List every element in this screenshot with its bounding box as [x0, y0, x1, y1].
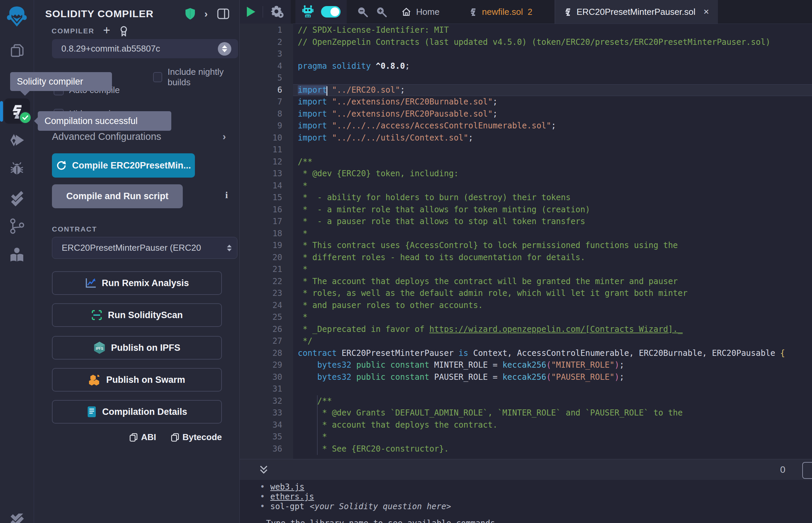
copy-icon: [171, 433, 179, 442]
code-line[interactable]: contract ERC20PresetMinterPauser is Cont…: [293, 347, 812, 360]
sidebar-item-learneth[interactable]: [0, 245, 34, 265]
code-line[interactable]: [293, 72, 812, 84]
select-arrows-icon: [218, 42, 231, 56]
line-number-gutter: 1234567891011121314151617181920212223242…: [240, 23, 293, 459]
bytecode-label: Bytecode: [182, 432, 222, 443]
sidebar-item-git[interactable]: [0, 216, 34, 235]
code-line[interactable]: import "../../../utils/Context.sol";: [293, 132, 812, 144]
code-line[interactable]: bytes32 public constant MINTER_ROLE = ke…: [293, 359, 812, 371]
code-line[interactable]: *: [293, 180, 812, 192]
code-line[interactable]: // OpenZeppelin Contracts (last updated …: [293, 36, 812, 49]
advanced-configurations-toggle[interactable]: Advanced Configurations ›: [52, 131, 226, 142]
code-line[interactable]: * roles, as well as the default admin ro…: [293, 287, 812, 300]
code-line[interactable]: * See {ERC20-constructor}.: [293, 443, 812, 455]
bug-icon: [9, 160, 25, 177]
ai-group: [295, 0, 347, 23]
zoom-out-icon[interactable]: [357, 6, 368, 18]
code-line[interactable]: bytes32 public constant PAUSER_ROLE = ke…: [293, 371, 812, 383]
code-line[interactable]: import "../../../access/AccessControlEnu…: [293, 120, 812, 132]
compile-and-run-button[interactable]: Compile and Run script: [52, 184, 183, 208]
publish-swarm-button[interactable]: Publish on Swarm: [52, 368, 222, 392]
advanced-configurations-label: Advanced Configurations: [52, 131, 161, 142]
remix-logo-icon[interactable]: [5, 3, 28, 30]
info-icon[interactable]: i: [225, 190, 228, 200]
sidebar-item-bottom-partial[interactable]: [0, 513, 34, 523]
play-icon[interactable]: [246, 6, 256, 18]
code-line[interactable]: * - a minter role that allows for token …: [293, 204, 812, 216]
code-line[interactable]: * account that deploys the contract.: [293, 419, 812, 431]
pin-panel-icon[interactable]: [217, 8, 229, 19]
code-line[interactable]: */: [293, 335, 812, 347]
copy-abi-button[interactable]: ABI: [129, 432, 156, 443]
code-line[interactable]: * The account that deploys the contract …: [293, 276, 812, 288]
terminal-partial-control[interactable]: [802, 462, 812, 479]
terminal-list-item[interactable]: •web3.js: [240, 482, 812, 492]
code-line[interactable]: /**: [293, 156, 812, 168]
collapse-chevron-icon[interactable]: ›: [204, 8, 208, 20]
ai-toggle[interactable]: [321, 6, 340, 18]
code-line[interactable]: * - a pauser role that allows to stop al…: [293, 216, 812, 228]
ai-robot-icon[interactable]: [301, 5, 314, 19]
code-line[interactable]: * different roles - head to its document…: [293, 252, 812, 264]
nightly-builds-checkbox[interactable]: [153, 72, 162, 82]
publish-ipfs-button[interactable]: IPFS Publish on IPFS: [52, 336, 222, 360]
tab-newfile[interactable]: newfile.sol 2: [460, 0, 541, 23]
add-compiler-icon[interactable]: +: [103, 27, 110, 34]
compile-button-label: Compile ERC20PresetMin...: [72, 160, 191, 171]
code-line[interactable]: * @dev Grants `DEFAULT_ADMIN_ROLE`, `MIN…: [293, 407, 812, 419]
select-arrows-icon: [227, 245, 232, 251]
code-line[interactable]: [293, 144, 812, 156]
code-line[interactable]: import "../extensions/ERC20Burnable.sol"…: [293, 96, 812, 108]
code-line[interactable]: * _Deprecated in favor of https://wizard…: [293, 324, 812, 336]
compiler-section-label: COMPILER: [52, 27, 94, 35]
sidebar-item-deploy-run[interactable]: [0, 131, 34, 150]
copy-icon: [129, 433, 138, 442]
code-line[interactable]: *: [293, 431, 812, 443]
license-badge-icon[interactable]: [119, 25, 128, 36]
code-line[interactable]: import "../ERC20.sol";: [293, 84, 812, 96]
compilation-details-button[interactable]: Compilation Details: [52, 400, 222, 423]
compiler-version-select[interactable]: 0.8.29+commit.ab55807c: [52, 39, 238, 58]
zoom-in-icon[interactable]: [376, 6, 387, 18]
tab-erc20-preset[interactable]: ERC20PresetMinterPauser.sol ×: [555, 0, 718, 23]
sidebar-item-debugger[interactable]: [0, 159, 34, 178]
code-line[interactable]: [293, 48, 812, 60]
code-line[interactable]: /**: [293, 395, 812, 408]
code-line[interactable]: *: [293, 311, 812, 324]
sidebar-item-unit-testing[interactable]: [0, 189, 34, 208]
compile-button[interactable]: Compile ERC20PresetMin...: [52, 153, 195, 178]
code-line[interactable]: * - ability for holders to burn (destroy…: [293, 192, 812, 204]
code-line[interactable]: * and pauser roles to other accounts.: [293, 300, 812, 312]
code-line[interactable]: // SPDX-License-Identifier: MIT: [293, 24, 812, 36]
code-line[interactable]: *: [293, 228, 812, 240]
terminal-header[interactable]: 0: [240, 459, 812, 480]
tab-home[interactable]: Home: [392, 0, 448, 23]
terminal-output[interactable]: •web3.js•ethers.js•sol-gpt <your Solidit…: [240, 480, 812, 523]
nightly-builds-row[interactable]: Include nightly builds: [153, 67, 240, 88]
code-content[interactable]: // SPDX-License-Identifier: MIT// OpenZe…: [293, 24, 812, 455]
newfile-tab-label: newfile.sol: [482, 7, 523, 17]
code-editor[interactable]: 1234567891011121314151617181920212223242…: [240, 23, 812, 459]
contract-select[interactable]: ERC20PresetMinterPauser (ERC20: [52, 237, 237, 259]
run-solidityscan-label: Run SolidityScan: [108, 310, 183, 321]
copy-bytecode-button[interactable]: Bytecode: [171, 432, 222, 443]
script-config-gear-icon[interactable]: [270, 5, 285, 19]
code-line[interactable]: * @dev {ERC20} token, including:: [293, 168, 812, 180]
close-tab-icon[interactable]: ×: [703, 6, 709, 17]
code-line[interactable]: import "../extensions/ERC20Pausable.sol"…: [293, 108, 812, 120]
panel-title: SOLIDITY COMPILER: [45, 8, 154, 20]
code-line[interactable]: pragma solidity ^0.8.0;: [293, 60, 812, 72]
code-line[interactable]: * This contract uses {AccessControl} to …: [293, 240, 812, 252]
terminal-list-item[interactable]: •ethers.js: [240, 492, 812, 501]
terminal-badge-count: 0: [780, 464, 785, 475]
sidebar-item-file-explorer[interactable]: [0, 41, 34, 60]
run-solidityscan-button[interactable]: Run SolidityScan: [52, 303, 222, 327]
compilation-details-label: Compilation Details: [102, 407, 187, 417]
shield-icon[interactable]: [185, 7, 196, 20]
run-remix-analysis-button[interactable]: Run Remix Analysis: [52, 271, 222, 295]
code-line[interactable]: [293, 383, 812, 395]
code-line[interactable]: *: [293, 264, 812, 276]
compiler-version-value: 0.8.29+commit.ab55807c: [61, 43, 218, 54]
expand-terminal-icon[interactable]: [259, 464, 269, 475]
home-icon: [401, 7, 411, 17]
